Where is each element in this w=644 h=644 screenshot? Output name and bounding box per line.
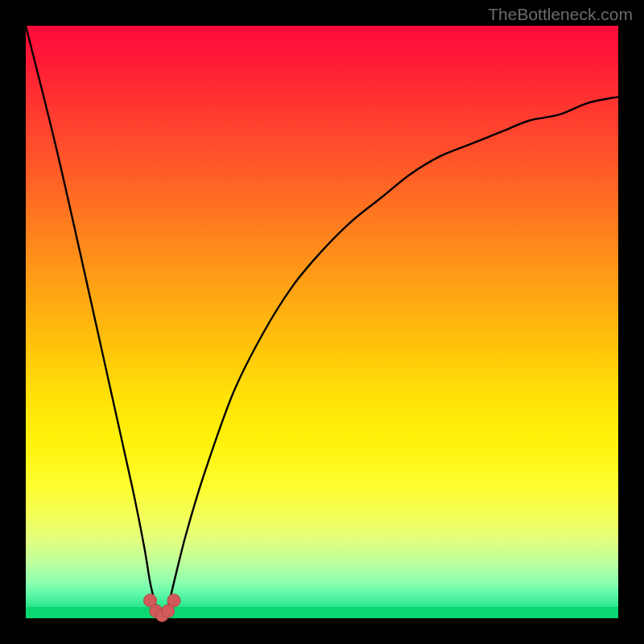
curve-line xyxy=(26,26,618,618)
watermark-text: TheBottleneck.com xyxy=(488,5,633,24)
optimum-markers xyxy=(144,594,180,621)
bottleneck-curve xyxy=(26,26,618,618)
optimum-dot xyxy=(167,594,180,607)
plot-area xyxy=(26,26,618,618)
outer-frame: TheBottleneck.com xyxy=(0,0,644,644)
